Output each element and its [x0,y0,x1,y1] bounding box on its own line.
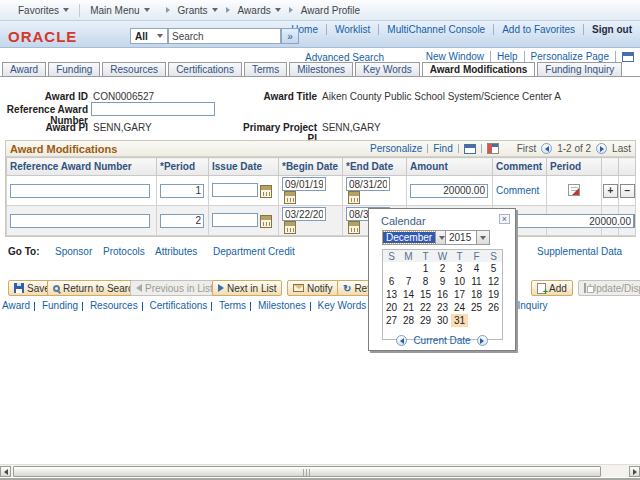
main-menu[interactable]: Main Menu [80,0,159,20]
date-cell[interactable]: 10 [451,275,468,288]
date-cell[interactable]: 20 [383,301,400,314]
month-select[interactable]: December [382,230,449,245]
date-cell[interactable]: 22 [417,301,434,314]
breadcrumb-grants[interactable]: Grants [176,0,220,20]
next-month-icon[interactable] [477,335,488,346]
year-select[interactable]: 2015 [445,230,490,245]
search-scope-select[interactable]: All [130,28,168,44]
add-button[interactable]: Add [531,280,573,296]
calendar-prompt-icon[interactable] [348,221,360,234]
current-date-link[interactable]: Current Date [413,335,470,346]
date-cell[interactable]: 27 [383,314,400,327]
date-cell[interactable]: 25 [468,301,485,314]
help-link[interactable]: Help [497,51,518,62]
find-link[interactable]: Find [433,143,452,154]
award-page-link[interactable]: Award [2,300,30,311]
scroll-left-icon[interactable] [0,466,11,477]
date-cell[interactable]: 9 [434,275,451,288]
view-all-icon[interactable] [464,144,476,154]
calendar-prompt-icon[interactable] [260,185,272,198]
date-cell[interactable]: 14 [400,288,417,301]
date-cell[interactable]: 2 [434,262,451,275]
date-cell[interactable]: 15 [417,288,434,301]
date-cell[interactable]: 7 [400,275,417,288]
date-cell[interactable]: 11 [468,275,485,288]
search-input[interactable] [168,28,281,44]
date-cell[interactable]: 17 [451,288,468,301]
period-input-2[interactable] [160,214,204,228]
pager-next-icon[interactable] [596,143,607,154]
date-cell[interactable]: 6 [383,275,400,288]
terms-page-link[interactable]: Terms [219,300,246,311]
date-cell[interactable]: 23 [434,301,451,314]
horizontal-scrollbar[interactable] [0,464,640,477]
add-to-favorites-link[interactable]: Add to Favorites [502,24,575,35]
scroll-right-icon[interactable] [629,466,640,477]
sponsor-link[interactable]: Sponsor [55,246,92,257]
end-date-input-1[interactable] [346,177,390,191]
date-cell[interactable]: 12 [485,275,502,288]
previous-month-icon[interactable] [396,335,407,346]
favorites-menu[interactable]: Favorites [8,0,79,20]
breadcrumb-awards[interactable]: Awards [236,0,283,20]
sign-out-link[interactable]: Sign out [592,24,632,35]
pager-last-label[interactable]: Last [612,143,631,154]
close-icon[interactable]: × [499,214,510,224]
date-cell[interactable]: 21 [400,301,417,314]
department-credit-link[interactable]: Department Credit [213,246,295,257]
date-cell[interactable]: 30 [434,314,451,327]
tab-award-modifications[interactable]: Award Modifications [422,62,536,76]
tab-funding-inquiry[interactable]: Funding Inquiry [537,62,622,76]
issue-date-input-1[interactable] [212,183,258,197]
resources-page-link[interactable]: Resources [90,300,138,311]
date-cell[interactable]: 26 [485,301,502,314]
protocols-link[interactable]: Protocols [103,246,145,257]
tab-award[interactable]: Award [2,62,46,76]
calendar-prompt-icon[interactable] [260,215,272,228]
download-grid-icon[interactable] [487,143,499,154]
tab-key-words[interactable]: Key Words [355,62,420,76]
date-cell[interactable]: 29 [417,314,434,327]
calendar-prompt-icon[interactable] [284,191,296,204]
tab-certifications[interactable]: Certifications [168,62,242,76]
total-amount-input[interactable] [500,214,634,228]
supplemental-data-link[interactable]: Supplemental Data [537,246,622,257]
add-row-button[interactable]: + [603,184,618,198]
tab-terms[interactable]: Terms [244,62,287,76]
date-cell[interactable] [400,262,417,275]
delete-row-button[interactable]: − [620,184,635,198]
pager-first-label[interactable]: First [517,143,536,154]
begin-date-input-1[interactable] [282,177,326,191]
date-cell[interactable]: 3 [451,262,468,275]
date-cell[interactable] [383,262,400,275]
new-window-icon[interactable] [622,52,634,62]
personalize-page-link[interactable]: Personalize Page [531,51,609,62]
ref-award-number-input-2[interactable] [10,214,150,228]
date-cell[interactable]: 8 [417,275,434,288]
period-detail-icon[interactable] [568,184,580,196]
issue-date-input-2[interactable] [212,213,258,227]
multichannel-console-link[interactable]: MultiChannel Console [387,24,485,35]
search-go-button[interactable]: » [281,28,299,44]
date-cell-selected[interactable]: 31 [451,314,468,327]
scrollbar-thumb[interactable] [13,466,601,477]
date-cell[interactable]: 4 [468,262,485,275]
key-words-page-link[interactable]: Key Words [318,300,367,311]
certifications-page-link[interactable]: Certifications [149,300,207,311]
date-cell[interactable]: 1 [417,262,434,275]
new-window-link[interactable]: New Window [426,51,484,62]
date-cell[interactable]: 5 [485,262,502,275]
date-cell[interactable]: 18 [468,288,485,301]
tab-resources[interactable]: Resources [102,62,166,76]
notify-button[interactable]: Notify [287,280,339,296]
comment-link-1[interactable]: Comment [496,185,539,196]
attributes-link[interactable]: Attributes [155,246,197,257]
next-in-list-button[interactable]: Next in List [212,280,282,296]
worklist-link[interactable]: Worklist [335,24,370,35]
date-cell[interactable] [468,314,485,327]
pager-previous-icon[interactable] [541,143,552,154]
date-cell[interactable]: 16 [434,288,451,301]
calendar-prompt-icon[interactable] [348,191,360,204]
date-cell[interactable]: 24 [451,301,468,314]
date-cell[interactable]: 19 [485,288,502,301]
